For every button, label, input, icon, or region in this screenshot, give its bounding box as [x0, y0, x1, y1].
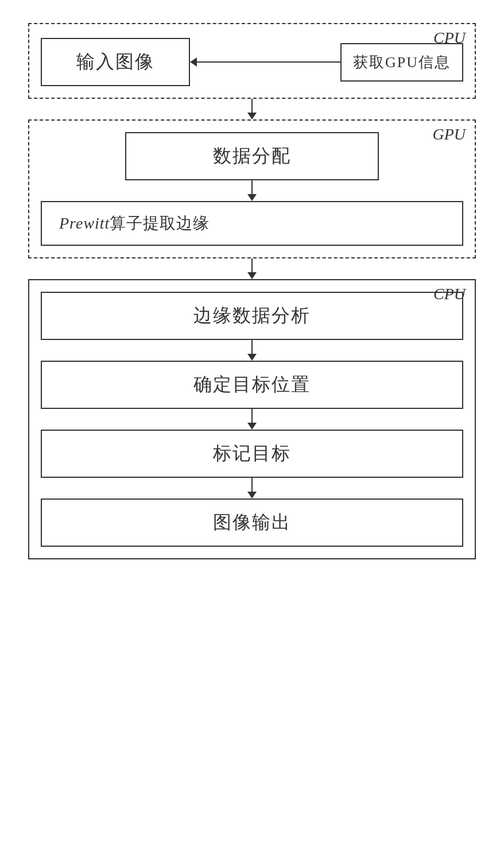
input-image-text: 输入图像 — [76, 49, 154, 75]
arrow-data-dist-to-prewitt — [247, 180, 257, 201]
determine-target-text: 确定目标位置 — [193, 372, 311, 397]
image-output-text: 图像输出 — [213, 510, 291, 535]
arrow-gpu-to-cpu2 — [247, 258, 257, 279]
arrow-horizontal-left — [190, 57, 340, 67]
cpu-label-1: CPU — [433, 29, 466, 47]
arrow-head-down-icon — [247, 492, 257, 499]
cpu-right-section: 获取GPU信息 — [190, 43, 463, 82]
arrow-target-to-mark — [247, 409, 257, 430]
edge-data-analysis-text: 边缘数据分析 — [193, 303, 311, 329]
arrow-head-down-icon — [247, 423, 257, 430]
prewitt-latin: Prewitt — [59, 214, 110, 232]
arrow-line — [251, 340, 253, 354]
cpu-region-2: CPU 边缘数据分析 确定目标位置 标记目标 图像输出 — [28, 279, 476, 559]
gpu-info-text: 获取GPU信息 — [353, 52, 451, 72]
arrow-cpu1-to-gpu — [247, 99, 257, 119]
arrow-head-down-icon — [247, 194, 257, 201]
image-output-box: 图像输出 — [41, 499, 463, 547]
arrow-head-left-icon — [190, 57, 197, 67]
arrow-line — [251, 478, 253, 492]
arrow-h-line — [197, 61, 340, 63]
edge-data-analysis-box: 边缘数据分析 — [41, 292, 463, 340]
arrow-mark-to-output — [247, 478, 257, 499]
determine-target-box: 确定目标位置 — [41, 361, 463, 409]
arrow-head-down-icon — [247, 272, 257, 279]
arrow-line — [251, 409, 253, 423]
cpu-label-2: CPU — [433, 285, 466, 303]
mark-target-box: 标记目标 — [41, 430, 463, 478]
cpu-region-inner: 输入图像 获取GPU信息 — [41, 38, 463, 86]
mark-target-text: 标记目标 — [213, 441, 291, 466]
prewitt-box: PrewittPrewitt算子提取边缘算子提取边缘 — [41, 201, 463, 246]
diagram-container: CPU 输入图像 获取GPU信息 GPU — [17, 11, 487, 571]
arrow-line — [251, 258, 253, 272]
input-image-box: 输入图像 — [41, 38, 190, 86]
gpu-label: GPU — [432, 125, 466, 144]
gpu-region: GPU 数据分配 PrewittPrewitt算子提取边缘算子提取边缘 — [28, 119, 476, 258]
data-distribution-box: 数据分配 — [125, 132, 379, 180]
data-distribution-text: 数据分配 — [213, 144, 291, 169]
arrow-line — [251, 180, 253, 194]
cpu-region-1: CPU 输入图像 获取GPU信息 — [28, 23, 476, 99]
arrow-line — [251, 99, 253, 113]
arrow-edge-to-target — [247, 340, 257, 361]
gpu-info-box: 获取GPU信息 — [340, 43, 463, 82]
arrow-head-down-icon — [247, 113, 257, 119]
arrow-head-down-icon — [247, 354, 257, 361]
prewitt-text: PrewittPrewitt算子提取边缘算子提取边缘 — [59, 212, 210, 234]
